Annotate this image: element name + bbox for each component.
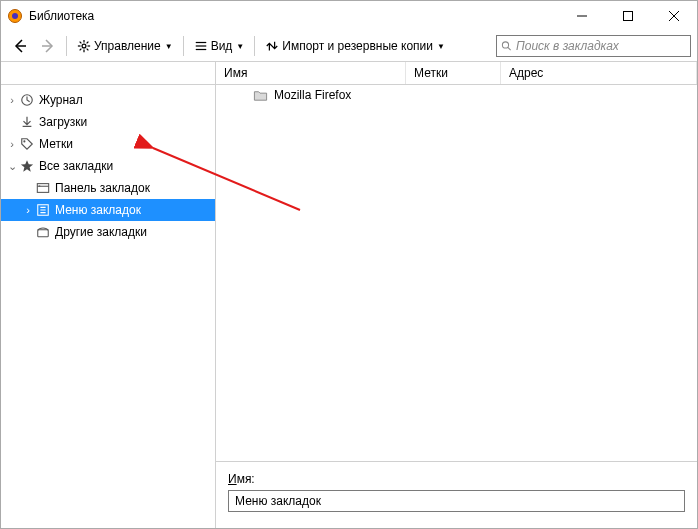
download-icon: [19, 114, 35, 130]
chevron-down-icon: ▼: [236, 42, 244, 51]
details-pane: Имя:: [216, 461, 697, 528]
tree-label: Все закладки: [39, 159, 113, 173]
tree-label: Загрузки: [39, 115, 87, 129]
svg-line-13: [80, 42, 82, 44]
search-input-wrapper[interactable]: [496, 35, 691, 57]
toolbar-icon: [35, 180, 51, 196]
tree-label: Метки: [39, 137, 73, 151]
column-tags[interactable]: Метки: [406, 62, 501, 84]
chevron-down-icon: ▼: [165, 42, 173, 51]
svg-line-21: [508, 47, 511, 50]
other-bookmarks-icon: [35, 224, 51, 240]
tree-label: Меню закладок: [55, 203, 141, 217]
svg-rect-25: [37, 184, 48, 193]
gear-icon: [77, 39, 91, 53]
view-button[interactable]: Вид ▼: [189, 33, 250, 59]
tag-icon: [19, 136, 35, 152]
svg-point-20: [502, 42, 508, 48]
view-label: Вид: [211, 39, 233, 53]
manage-button[interactable]: Управление ▼: [72, 33, 178, 59]
minimize-button[interactable]: [559, 1, 605, 31]
tree-item-all-bookmarks[interactable]: ⌄ Все закладки: [1, 155, 215, 177]
svg-line-15: [80, 49, 82, 51]
import-export-icon: [265, 39, 279, 53]
list-item[interactable]: Mozilla Firefox: [222, 85, 697, 105]
svg-point-8: [82, 44, 86, 48]
name-label: Имя:: [228, 472, 685, 486]
sidebar-tree: › Журнал Загрузки › Метки ⌄ Все закладки…: [1, 85, 216, 528]
app-icon: [7, 8, 23, 24]
tree-item-other-bookmarks[interactable]: Другие закладки: [1, 221, 215, 243]
close-button[interactable]: [651, 1, 697, 31]
window-title: Библиотека: [29, 9, 559, 23]
back-button[interactable]: [7, 33, 33, 59]
svg-point-1: [12, 13, 18, 19]
content-list[interactable]: Mozilla Firefox: [216, 85, 697, 461]
name-field[interactable]: [228, 490, 685, 512]
tree-item-downloads[interactable]: Загрузки: [1, 111, 215, 133]
column-address[interactable]: Адрес: [501, 62, 697, 84]
tree-item-history[interactable]: › Журнал: [1, 89, 215, 111]
import-backup-button[interactable]: Импорт и резервные копии ▼: [260, 33, 450, 59]
clock-icon: [19, 92, 35, 108]
tree-item-tags[interactable]: › Метки: [1, 133, 215, 155]
folder-icon: [252, 87, 268, 103]
tree-label: Панель закладок: [55, 181, 150, 195]
separator: [66, 36, 67, 56]
separator: [183, 36, 184, 56]
svg-line-16: [87, 42, 89, 44]
list-item-label: Mozilla Firefox: [274, 88, 351, 102]
arrow-right-icon: [40, 38, 56, 54]
expand-icon[interactable]: ›: [21, 204, 35, 216]
chevron-down-icon: ▼: [437, 42, 445, 51]
svg-rect-3: [624, 12, 633, 21]
list-icon: [194, 39, 208, 53]
column-name[interactable]: Имя: [216, 62, 406, 84]
separator: [254, 36, 255, 56]
tree-label: Другие закладки: [55, 225, 147, 239]
svg-line-14: [87, 49, 89, 51]
expand-icon[interactable]: ›: [5, 94, 19, 106]
star-icon: [19, 158, 35, 174]
bookmarks-menu-icon: [35, 202, 51, 218]
arrow-left-icon: [12, 38, 28, 54]
forward-button[interactable]: [35, 33, 61, 59]
maximize-button[interactable]: [605, 1, 651, 31]
expand-icon[interactable]: ›: [5, 138, 19, 150]
collapse-icon[interactable]: ⌄: [5, 160, 19, 173]
search-input[interactable]: [516, 39, 686, 53]
svg-rect-28: [38, 230, 49, 237]
search-icon: [501, 40, 512, 52]
tree-item-bookmarks-toolbar[interactable]: Панель закладок: [1, 177, 215, 199]
tree-label: Журнал: [39, 93, 83, 107]
manage-label: Управление: [94, 39, 161, 53]
tree-item-bookmarks-menu[interactable]: › Меню закладок: [1, 199, 215, 221]
svg-point-24: [23, 140, 25, 142]
import-label: Импорт и резервные копии: [282, 39, 433, 53]
